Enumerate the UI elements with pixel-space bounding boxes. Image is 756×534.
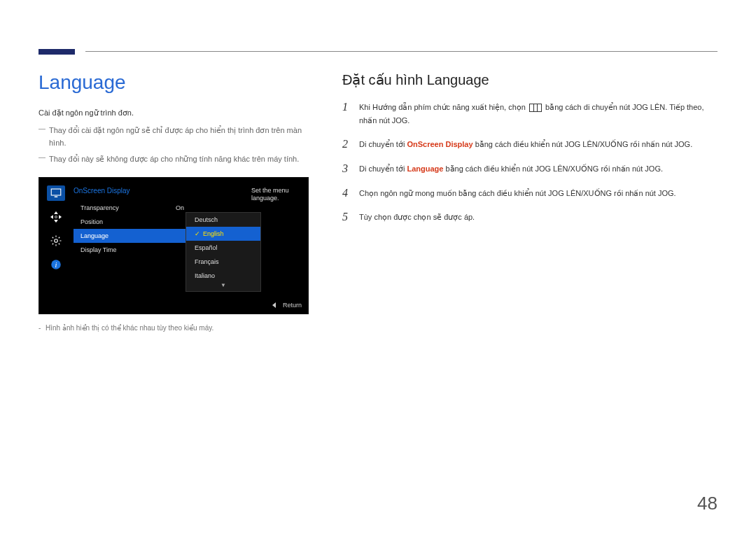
step-1: 1 Khi Hướng dẫn phím chức năng xuất hiện… <box>342 101 718 127</box>
osd-menu-item: Display Time <box>74 243 191 257</box>
step-text: Khi Hướng dẫn phím chức năng xuất hiện, … <box>359 101 718 127</box>
osd-option: Deutsch <box>186 213 260 227</box>
osd-menu-label: Transparency <box>80 204 119 211</box>
osd-menu-item: Position <box>74 215 191 229</box>
chevron-down-icon: ▼ <box>186 283 260 288</box>
svg-marker-5 <box>59 216 62 219</box>
osd-option-selected: English <box>186 227 260 241</box>
step-text: Di chuyển tới Language bằng cách điều kh… <box>359 162 663 176</box>
step-text: Di chuyển tới OnScreen Display bằng cách… <box>359 138 692 151</box>
intro-text: Cài đặt ngôn ngữ trình đơn. <box>38 106 309 120</box>
osd-option: Italiano <box>186 269 260 283</box>
svg-text:i: i <box>55 261 57 269</box>
highlight-onscreen-display: OnScreen Display <box>407 140 472 148</box>
osd-title: OnScreen Display <box>74 187 130 195</box>
osd-menu-label: Language <box>80 232 108 239</box>
step-number: 3 <box>342 162 359 175</box>
osd-menu-item-selected: Language <box>74 229 191 243</box>
osd-option: Español <box>186 241 260 255</box>
image-disclaimer: Hình ảnh hiển thị có thể khác nhau tùy t… <box>38 324 309 332</box>
svg-marker-2 <box>55 211 58 213</box>
svg-rect-1 <box>55 196 58 197</box>
chapter-marker <box>38 49 75 55</box>
menu-icon <box>529 104 542 112</box>
osd-screenshot: OnScreen Display <box>38 177 309 314</box>
step-number: 1 <box>342 101 359 113</box>
osd-option: Français <box>186 255 260 269</box>
svg-marker-4 <box>51 216 53 219</box>
osd-menu-value: On <box>176 204 184 211</box>
monitor-icon <box>47 185 65 201</box>
step-text: Chọn ngôn ngữ mong muốn bằng cách điều k… <box>359 187 676 200</box>
step-number: 5 <box>342 211 359 223</box>
svg-point-7 <box>55 239 58 243</box>
osd-menu-label: Position <box>80 218 103 225</box>
highlight-language: Language <box>407 164 443 173</box>
triangle-left-icon <box>272 302 276 308</box>
section-heading-language: Language <box>38 71 309 94</box>
osd-footer: Return <box>272 302 302 309</box>
svg-point-6 <box>55 216 57 218</box>
step-number: 2 <box>342 138 359 150</box>
section-heading-config: Đặt cấu hình Language <box>342 71 718 88</box>
osd-help-text: Set the menu language. <box>251 187 302 203</box>
svg-rect-0 <box>51 189 61 195</box>
osd-menu-label: Display Time <box>80 246 117 253</box>
step-4: 4 Chọn ngôn ngữ mong muốn bằng cách điều… <box>342 187 718 200</box>
top-bar <box>38 35 718 52</box>
step-3: 3 Di chuyển tới Language bằng cách điều … <box>342 162 718 176</box>
info-icon: i <box>47 257 65 272</box>
nav-arrows-icon <box>47 209 65 225</box>
step-text: Tùy chọn được chọn sẽ được áp. <box>359 211 475 224</box>
top-rule <box>85 51 718 52</box>
step-5: 5 Tùy chọn được chọn sẽ được áp. <box>342 211 718 224</box>
osd-sidebar: i <box>44 185 68 272</box>
note-2: Thay đổi này sẽ không được áp cho những … <box>38 153 309 166</box>
osd-return-label: Return <box>283 302 302 309</box>
step-number: 4 <box>342 187 359 199</box>
gear-icon <box>47 233 65 248</box>
osd-menu: Transparency On Position Language Displa… <box>74 201 191 257</box>
page-number: 48 <box>697 493 718 514</box>
note-1: Thay đổi cài đặt ngôn ngữ sẽ chỉ được áp… <box>38 124 309 150</box>
osd-menu-item: Transparency On <box>74 201 191 215</box>
step-2: 2 Di chuyển tới OnScreen Display bằng cá… <box>342 138 718 151</box>
osd-language-popup: Deutsch English Español Français Italian… <box>186 212 261 292</box>
svg-marker-3 <box>55 220 58 222</box>
